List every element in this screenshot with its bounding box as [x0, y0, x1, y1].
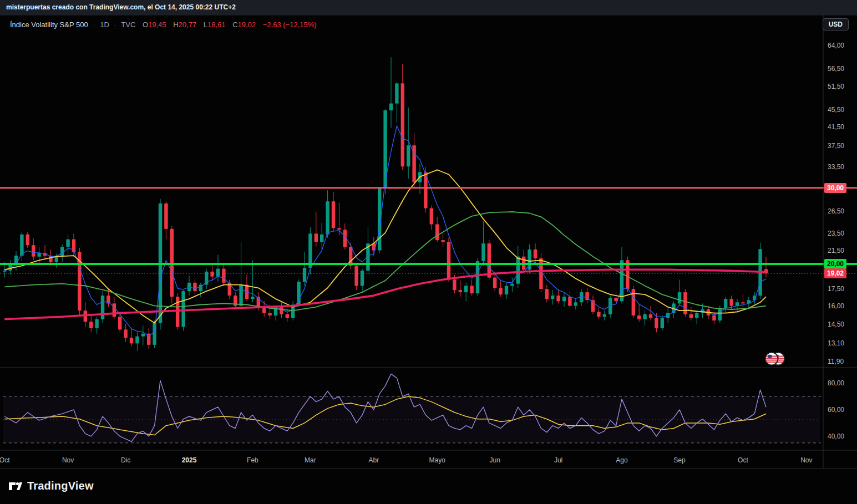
time-axis-tick-Dic: Dic	[121, 456, 130, 464]
price-axis-tick: 37,50	[828, 141, 844, 150]
time-axis-tick-Ago: Ago	[616, 456, 627, 464]
close-label: C	[232, 21, 237, 29]
ma-50-green	[4, 212, 766, 310]
time-axis-tick-Nov: Nov	[800, 456, 812, 464]
time-axis-tick-Jul: Jul	[554, 456, 562, 464]
price-axis-tick: 14,50	[828, 320, 844, 329]
time-axis-tick-2025: 2025	[182, 456, 197, 464]
attribution-bar: misterpuertas creado con TradingView.com…	[0, 0, 857, 15]
low-value: 18,61	[207, 21, 226, 29]
indicator-axis-tick: 60,00	[828, 405, 844, 414]
indicator-axis-tick: 80,00	[828, 379, 844, 388]
tradingview-wordmark: TradingView	[27, 480, 94, 492]
tradingview-logo[interactable]: TradingView	[8, 478, 94, 493]
time-axis-tick-Oct: Oct	[0, 456, 10, 464]
price-axis-tick: 16,00	[828, 302, 844, 310]
currency-button[interactable]: USD	[823, 18, 849, 30]
legend-separator: ·	[93, 21, 95, 29]
open-label: O	[143, 21, 148, 29]
price-axis-tick: 51,50	[828, 82, 844, 91]
price-axis-tick: 41,50	[828, 123, 844, 131]
change-value: −2,63 (−12,15%)	[263, 21, 317, 29]
tradingview-mark-icon	[8, 478, 23, 493]
exchange-label: TVC	[121, 21, 135, 29]
price-axis-tick: 21,50	[828, 246, 844, 255]
price-axis-tick: 23,50	[828, 229, 844, 238]
price-line-badge: 19,02	[824, 268, 846, 278]
high-label: H	[173, 21, 178, 29]
time-axis-tick-Abr: Abr	[368, 456, 379, 464]
open-value: 19,45	[148, 21, 166, 29]
symbol-legend[interactable]: Índice Volatility S&P 500 · 1D · TVC O19…	[10, 21, 317, 29]
time-axis-tick-Mar: Mar	[305, 456, 316, 464]
legend-separator: ·	[114, 21, 116, 29]
price-axis-tick: 13,10	[828, 339, 844, 348]
chart-window: misterpuertas creado con TradingView.com…	[0, 0, 857, 504]
price-axis-tick: 45,50	[828, 105, 844, 114]
us-flag-icon	[765, 353, 778, 365]
low-label: L	[204, 21, 207, 29]
chart-canvas[interactable]	[0, 0, 857, 504]
high-value: 20,77	[179, 21, 197, 29]
time-axis-tick-Feb: Feb	[247, 456, 258, 464]
price-axis-tick: 11,90	[828, 357, 844, 366]
candlestick-series	[3, 57, 768, 350]
price-axis-tick: 56,50	[828, 64, 844, 73]
attribution-text: misterpuertas creado con TradingView.com…	[6, 3, 236, 11]
price-line-badge: 20,00	[824, 259, 846, 269]
symbol-title: Índice Volatility S&P 500	[10, 21, 88, 29]
price-axis-tick: 26,50	[828, 207, 844, 216]
price-axis[interactable]: 30,0020,0019,0264,0056,5051,5045,5041,50…	[823, 15, 857, 469]
price-axis-tick: 17,50	[828, 284, 844, 293]
interval-label: 1D	[100, 21, 109, 29]
time-axis-tick-Jun: Jun	[490, 456, 500, 464]
indicator-axis-tick: 40,00	[828, 432, 844, 441]
time-axis-tick-Nov: Nov	[62, 456, 74, 464]
price-line-badge: 30,00	[824, 183, 846, 193]
time-axis-tick-Sep: Sep	[673, 456, 685, 464]
time-axis-tick-Oct: Oct	[738, 456, 748, 464]
price-axis-tick: 64,00	[828, 41, 844, 50]
price-axis-tick: 33,50	[828, 162, 844, 171]
time-axis[interactable]: OctNovDic2025FebMarAbrMayoJunJulAgoSepOc…	[0, 454, 823, 469]
close-value: 19,02	[238, 21, 256, 29]
time-axis-tick-Mayo: Mayo	[429, 456, 445, 464]
